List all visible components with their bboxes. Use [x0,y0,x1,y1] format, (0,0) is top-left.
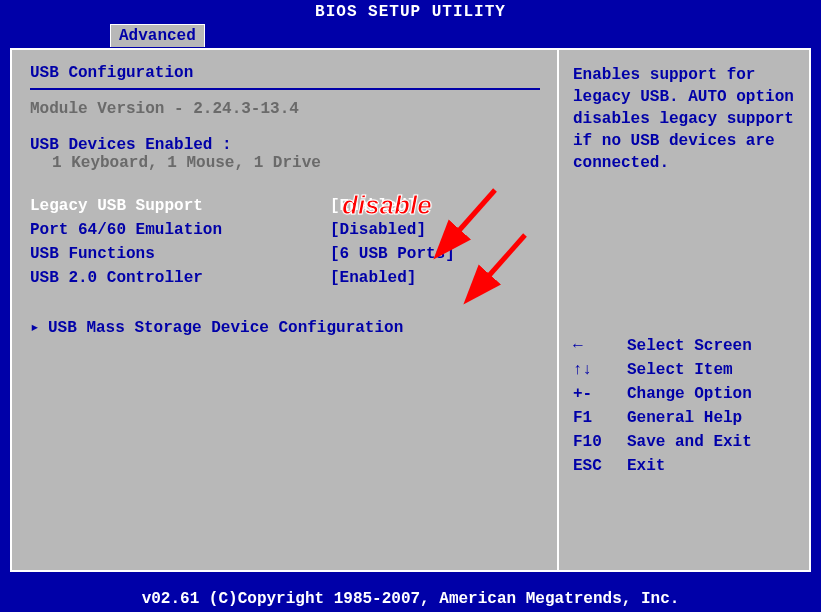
key-help-row: +-Change Option [573,382,795,406]
key-help-row: ←Select Screen [573,334,795,358]
setting-legacy-usb-support[interactable]: Legacy USB Support [Enabled] [30,194,540,218]
section-title: USB Configuration [30,64,540,82]
key: ← [573,334,627,358]
setting-value: [Enabled] [330,266,540,290]
annotation-disable-label: disable [342,190,432,221]
key: +- [573,382,627,406]
submenu-usb-mass-storage[interactable]: ▸USB Mass Storage Device Configuration [30,316,540,340]
setting-port-6460-emulation[interactable]: Port 64/60 Emulation [Disabled] [30,218,540,242]
tab-advanced[interactable]: Advanced [110,24,205,47]
setting-label: USB Functions [30,242,330,266]
key-label: Change Option [627,385,752,403]
copyright-footer: v02.61 (C)Copyright 1985-2007, American … [0,586,821,612]
key-label: General Help [627,409,742,427]
setting-label: USB 2.0 Controller [30,266,330,290]
key-help-row: ↑↓Select Item [573,358,795,382]
setting-value: [Disabled] [330,218,540,242]
setting-value: [6 USB Ports] [330,242,540,266]
settings-list: Legacy USB Support [Enabled] Port 64/60 … [30,194,540,290]
key: ESC [573,454,627,478]
key: F1 [573,406,627,430]
menu-tab-row: Advanced [0,24,821,46]
usb-devices-label: USB Devices Enabled : [30,136,540,154]
bios-title-bar: BIOS SETUP UTILITY [0,0,821,24]
item-help-text: Enables support for legacy USB. AUTO opt… [573,64,795,174]
setting-label: Legacy USB Support [30,194,330,218]
settings-panel: USB Configuration Module Version - 2.24.… [12,50,558,570]
submenu-arrow-icon: ▸ [30,316,48,340]
key: ↑↓ [573,358,627,382]
module-version: Module Version - 2.24.3-13.4 [30,100,540,118]
divider [30,88,540,90]
main-frame: USB Configuration Module Version - 2.24.… [10,48,811,572]
setting-usb-20-controller[interactable]: USB 2.0 Controller [Enabled] [30,266,540,290]
help-panel: Enables support for legacy USB. AUTO opt… [557,50,809,570]
key-label: Save and Exit [627,433,752,451]
key-label: Select Item [627,361,733,379]
key-help-list: ←Select Screen ↑↓Select Item +-Change Op… [573,334,795,478]
key-help-row: F10Save and Exit [573,430,795,454]
key-label: Exit [627,457,665,475]
key-help-row: ESCExit [573,454,795,478]
setting-usb-functions[interactable]: USB Functions [6 USB Ports] [30,242,540,266]
key: F10 [573,430,627,454]
key-label: Select Screen [627,337,752,355]
setting-label: Port 64/60 Emulation [30,218,330,242]
usb-devices-list: 1 Keyboard, 1 Mouse, 1 Drive [30,154,540,172]
key-help-row: F1General Help [573,406,795,430]
submenu-label: USB Mass Storage Device Configuration [48,319,403,337]
